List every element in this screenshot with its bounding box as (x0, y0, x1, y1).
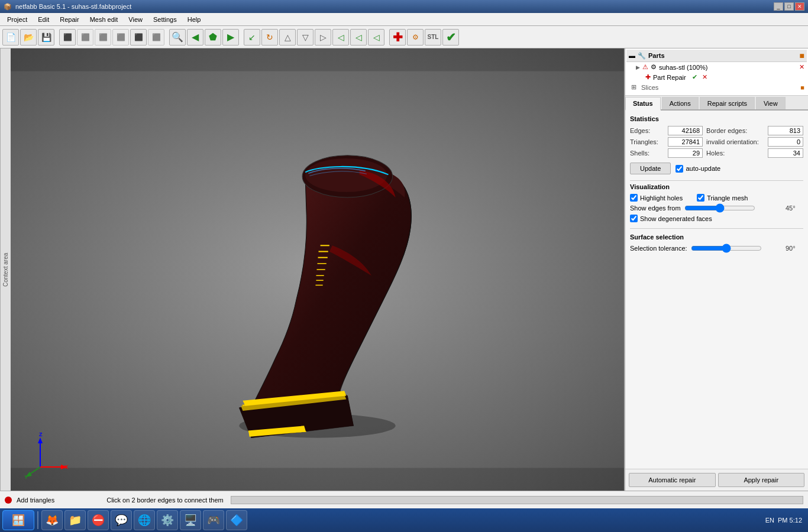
menu-settings[interactable]: Settings (148, 15, 182, 24)
show-edges-slider[interactable] (684, 204, 755, 212)
show-edges-angle: 45° (786, 205, 803, 212)
parts-collapse-icon[interactable]: ▬ (629, 52, 635, 59)
slices-label: Slices (641, 84, 658, 91)
menu-edit[interactable]: Edit (33, 15, 54, 24)
apply-repair-button[interactable]: Apply repair (718, 473, 805, 487)
triangle-mesh-label: Triangle mesh (707, 194, 748, 202)
toolbar-cursor-green[interactable]: ↙ (244, 29, 260, 46)
toolbar-view-left[interactable]: ⬛ (95, 29, 111, 46)
tolerance-slider[interactable] (691, 244, 762, 252)
toolbar-view-back[interactable]: ⬛ (77, 29, 93, 46)
toolbar-save[interactable]: 💾 (38, 29, 54, 46)
toolbar-arrow-left[interactable]: ◀ (187, 29, 203, 46)
triangles-value: 27841 (668, 137, 703, 147)
toolbar-text[interactable]: STL (425, 29, 441, 46)
tab-status[interactable]: Status (625, 97, 661, 111)
viewport[interactable]: Z X Y (11, 48, 625, 491)
taskbar-display[interactable]: 🖥️ (180, 510, 201, 530)
statistics-grid: Edges: 42168 Border edges: 813 Triangles… (630, 126, 803, 158)
title-text: netfabb Basic 5.1 - suhas-stl.fabbprojec… (15, 3, 131, 10)
start-button[interactable]: 🪟 (2, 510, 34, 530)
part-item[interactable]: ▶ ⚠ ⚙ suhas-stl (100%) ✕ (626, 62, 807, 72)
taskbar-explorer[interactable]: 📁 (64, 510, 86, 530)
toolbar-tri2[interactable]: ▽ (297, 29, 313, 46)
bottom-buttons: Automatic repair Apply repair (625, 469, 808, 491)
auto-update-row: auto-update (676, 165, 720, 173)
status-mode: Add triangles (17, 497, 54, 504)
menu-repair[interactable]: Repair (55, 15, 83, 24)
highlight-holes-label: Highlight holes (640, 194, 683, 202)
status-indicator-dot (5, 497, 12, 504)
highlight-holes-row: Highlight holes (630, 194, 683, 202)
show-edges-row: Show edges from 45° (630, 204, 803, 212)
taskbar-messenger[interactable]: 💬 (111, 510, 132, 530)
taskbar-settings[interactable]: ⚙️ (157, 510, 178, 530)
tab-view[interactable]: View (756, 97, 786, 109)
slices-item[interactable]: ⊞ Slices ■ (626, 82, 807, 92)
taskbar-system-tray: EN PM 5:12 (765, 517, 806, 524)
toolbar-combo[interactable]: ⚙ (407, 29, 424, 46)
axis-indicator: Z X Y (22, 432, 70, 479)
automatic-repair-button[interactable]: Automatic repair (629, 473, 716, 487)
show-degenerated-checkbox[interactable] (630, 215, 638, 222)
part-name: suhas-stl (100%) (659, 64, 708, 71)
auto-update-checkbox[interactable] (676, 165, 683, 173)
minimize-button[interactable]: _ (774, 2, 783, 11)
toolbar-pentagon[interactable]: ⬟ (205, 29, 221, 46)
svg-text:Z: Z (39, 432, 43, 437)
taskbar-antivirus[interactable]: ⛔ (88, 510, 109, 530)
toolbar-add[interactable]: ✚ (389, 29, 406, 46)
toolbar-rotate[interactable]: ↻ (261, 29, 278, 46)
toolbar-arrow-nav3[interactable]: ◁ (368, 29, 384, 46)
toolbar-tri1[interactable]: △ (279, 29, 296, 46)
show-degenerated-row: Show degenerated faces (630, 215, 803, 222)
holes-value: 34 (768, 148, 803, 158)
visualization-title: Visualization (630, 183, 803, 190)
menu-view[interactable]: View (124, 15, 147, 24)
parts-folder-icon: 🔧 (638, 52, 646, 60)
app-icon: 📦 (4, 3, 12, 11)
menu-mesh-edit[interactable]: Mesh edit (85, 15, 123, 24)
tabs-area: Status Actions Repair scripts View Stati… (625, 96, 808, 491)
tab-actions[interactable]: Actions (662, 97, 699, 109)
update-button[interactable]: Update (630, 163, 671, 174)
toolbar-arrow-nav1[interactable]: ◁ (332, 29, 349, 46)
repair-check-icon: ✔ (692, 73, 697, 81)
toolbar-zoom-fit[interactable]: 🔍 (169, 29, 186, 46)
menu-project[interactable]: Project (2, 15, 32, 24)
repair-x-icon: ✕ (702, 73, 707, 81)
close-button[interactable]: ✕ (795, 2, 804, 11)
toolbar: 📄 📂 💾 ⬛ ⬛ ⬛ ⬛ ⬛ ⬛ 🔍 ◀ ⬟ ▶ ↙ ↻ △ ▽ ▷ ◁ ◁ … (0, 26, 808, 48)
taskbar-app[interactable]: 🔷 (226, 510, 247, 530)
toolbar-confirm[interactable]: ✔ (442, 29, 459, 46)
divider2 (630, 228, 803, 229)
menu-help[interactable]: Help (183, 15, 206, 24)
border-edges-value: 813 (768, 126, 803, 135)
taskbar-browser[interactable]: 🌐 (134, 510, 155, 530)
maximize-button[interactable]: □ (784, 2, 794, 11)
show-edges-label: Show edges from (630, 205, 681, 212)
expand-icon: ▶ (636, 64, 640, 70)
taskbar-firefox[interactable]: 🦊 (41, 510, 63, 530)
triangles-label: Triangles: (630, 138, 664, 145)
toolbar-view-bottom[interactable]: ⬛ (148, 29, 164, 46)
toolbar-view-top[interactable]: ⬛ (130, 29, 147, 46)
tab-repair-scripts[interactable]: Repair scripts (700, 97, 755, 109)
highlight-holes-checkbox[interactable] (630, 194, 638, 202)
taskbar-game[interactable]: 🎮 (203, 510, 224, 530)
statusbar: Add triangles Click on 2 border edges to… (0, 491, 808, 508)
title-area: 📦 netfabb Basic 5.1 - suhas-stl.fabbproj… (4, 3, 131, 11)
divider1 (630, 180, 803, 181)
toolbar-new[interactable]: 📄 (2, 29, 19, 46)
edges-value: 42168 (668, 126, 703, 135)
tolerance-label: Selection tolerance: (630, 245, 687, 252)
toolbar-view-front[interactable]: ⬛ (59, 29, 76, 46)
context-area-label: Context area (0, 48, 11, 491)
triangle-mesh-checkbox[interactable] (697, 194, 704, 202)
toolbar-open[interactable]: 📂 (20, 29, 37, 46)
toolbar-view-right[interactable]: ⬛ (112, 29, 129, 46)
toolbar-arrow-nav2[interactable]: ◁ (350, 29, 367, 46)
part-repair-item[interactable]: ✚ Part Repair ✔ ✕ (626, 72, 807, 82)
toolbar-green-right[interactable]: ▶ (222, 29, 239, 46)
toolbar-tri3[interactable]: ▷ (315, 29, 331, 46)
